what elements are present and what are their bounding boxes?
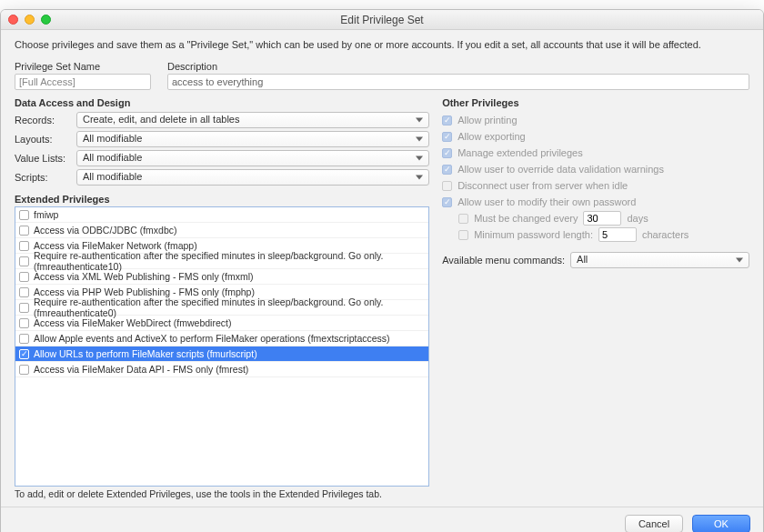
extended-privilege-label: fmiwp [34, 209, 58, 220]
extended-privilege-label: Access via ODBC/JDBC (fmxdbc) [34, 225, 177, 236]
checkbox-icon [19, 210, 29, 220]
footer: Cancel OK [1, 507, 763, 532]
checkbox-icon [19, 287, 29, 297]
window-title: Edit Privilege Set [1, 14, 763, 26]
characters-label: characters [642, 229, 689, 240]
extended-privilege-label: Allow URLs to perform FileMaker scripts … [34, 348, 257, 359]
description-input[interactable] [167, 74, 749, 90]
extended-privilege-label: Require re-authentication after the spec… [34, 296, 425, 318]
checkbox-icon [19, 226, 29, 236]
disconnect-idle-label: Disconnect user from server when idle [457, 180, 628, 191]
extended-privileges-list[interactable]: fmiwpAccess via ODBC/JDBC (fmxdbc)Access… [15, 206, 429, 487]
valuelists-popup[interactable]: All modifiable [76, 150, 429, 166]
checkbox-icon [458, 214, 468, 224]
extended-privilege-row[interactable]: Access via ODBC/JDBC (fmxdbc) [15, 223, 428, 238]
allow-exporting-label: Allow exporting [457, 131, 526, 142]
cancel-button[interactable]: Cancel [625, 515, 683, 532]
allow-exporting-checkbox[interactable]: Allow exporting [442, 128, 749, 145]
min-password-row[interactable]: Minimum password length: characters [458, 226, 749, 243]
extended-privilege-label: Access via XML Web Publishing - FMS only… [34, 271, 254, 282]
extended-privileges-title: Extended Privileges [15, 194, 429, 205]
checkbox-icon [19, 365, 29, 375]
data-access-title: Data Access and Design [15, 97, 429, 108]
must-change-every-row[interactable]: Must be changed every days [458, 210, 749, 226]
layouts-popup[interactable]: All modifiable [76, 131, 429, 147]
must-change-label: Must be changed every [474, 213, 578, 224]
checkbox-icon [458, 230, 468, 240]
privilege-set-name-input[interactable] [15, 74, 151, 90]
min-password-label: Minimum password length: [474, 229, 593, 240]
checkbox-icon [19, 349, 29, 359]
valuelists-label: Value Lists: [15, 153, 76, 164]
allow-printing-checkbox[interactable]: Allow printing [442, 112, 749, 128]
checkbox-icon [19, 272, 29, 282]
extended-privilege-label: Require re-authentication after the spec… [34, 250, 425, 272]
scripts-popup[interactable]: All modifiable [76, 169, 429, 186]
modify-password-label: Allow user to modify their own password [457, 196, 636, 207]
allow-printing-label: Allow printing [457, 115, 517, 125]
manage-extended-checkbox[interactable]: Manage extended privileges [442, 145, 749, 161]
extended-privilege-row[interactable]: fmiwp [15, 207, 428, 223]
intro-text: Choose privileges and save them as a "Pr… [15, 39, 749, 50]
other-privileges-title: Other Privileges [442, 97, 749, 108]
disconnect-idle-checkbox[interactable]: Disconnect user from server when idle [442, 177, 749, 194]
extended-privilege-row[interactable]: Require re-authentication after the spec… [15, 254, 428, 269]
extended-privilege-row[interactable]: Access via FileMaker Data API - FMS only… [15, 362, 428, 377]
checkbox-icon [19, 334, 29, 344]
ok-button[interactable]: OK [692, 515, 750, 532]
override-validation-checkbox[interactable]: Allow user to override data validation w… [442, 161, 749, 177]
extended-privilege-label: Access via FileMaker WebDirect (fmwebdir… [34, 317, 231, 328]
titlebar: Edit Privilege Set [1, 10, 763, 30]
extended-privileges-hint: To add, edit or delete Extended Privileg… [15, 488, 429, 499]
min-password-length-input[interactable] [598, 227, 637, 242]
checkbox-icon [442, 181, 452, 191]
scripts-label: Scripts: [15, 172, 76, 183]
records-popup[interactable]: Create, edit, and delete in all tables [76, 112, 429, 128]
must-change-days-input[interactable] [583, 211, 621, 226]
override-validation-label: Allow user to override data validation w… [457, 164, 664, 175]
checkbox-icon [442, 165, 452, 175]
checkbox-icon [19, 241, 29, 251]
available-menu-popup[interactable]: All [570, 252, 749, 268]
checkbox-icon [19, 256, 29, 266]
extended-privilege-label: Allow Apple events and ActiveX to perfor… [34, 333, 390, 344]
layouts-label: Layouts: [15, 134, 76, 145]
checkbox-icon [442, 197, 452, 207]
checkbox-icon [442, 148, 452, 158]
extended-privilege-row[interactable]: Require re-authentication after the spec… [15, 300, 428, 316]
modify-password-checkbox[interactable]: Allow user to modify their own password [442, 194, 749, 210]
extended-privilege-row[interactable]: Allow Apple events and ActiveX to perfor… [15, 331, 428, 346]
checkbox-icon [19, 318, 29, 328]
records-label: Records: [15, 115, 76, 125]
available-menu-label: Available menu commands: [442, 255, 565, 266]
extended-privilege-row[interactable]: Allow URLs to perform FileMaker scripts … [15, 346, 428, 362]
name-label: Privilege Set Name [15, 61, 151, 72]
edit-privilege-set-dialog: Edit Privilege Set Choose privileges and… [0, 9, 764, 532]
extended-privilege-label: Access via FileMaker Data API - FMS only… [34, 364, 248, 375]
checkbox-icon [442, 132, 452, 142]
description-label: Description [167, 61, 749, 72]
checkbox-icon [19, 303, 29, 313]
days-label: days [627, 213, 648, 224]
content: Choose privileges and save them as a "Pr… [1, 30, 763, 507]
manage-extended-label: Manage extended privileges [457, 147, 583, 158]
checkbox-icon [442, 115, 452, 125]
